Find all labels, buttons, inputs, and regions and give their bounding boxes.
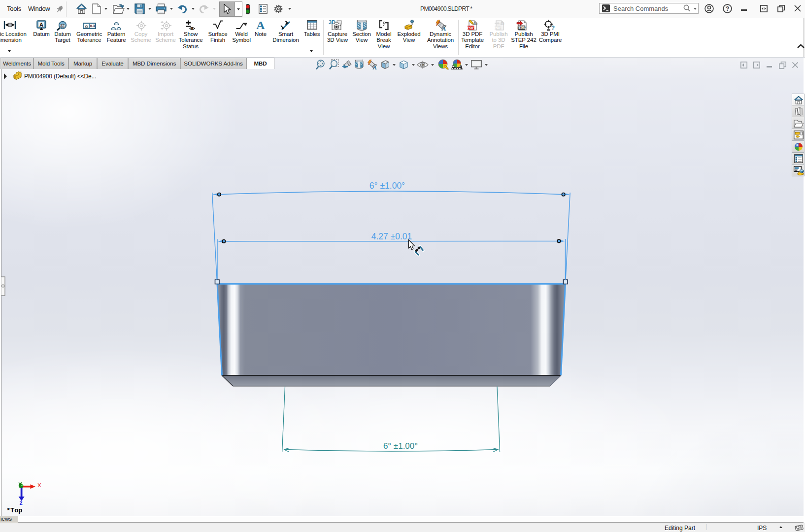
svg-text:A: A: [39, 22, 43, 28]
svg-text:A1: A1: [61, 24, 65, 28]
svg-text:STEP: STEP: [517, 26, 525, 29]
svg-text:PDF: PDF: [495, 26, 502, 30]
svg-text:PDF: PDF: [468, 26, 475, 30]
svg-text:0.3: 0.3: [90, 24, 95, 28]
svg-text:A: A: [441, 25, 446, 31]
svg-text:?: ?: [551, 25, 555, 31]
svg-text:A: A: [372, 65, 377, 70]
svg-text:?: ?: [726, 5, 730, 12]
svg-text:A: A: [256, 20, 265, 31]
svg-text:3D: 3D: [500, 22, 504, 26]
